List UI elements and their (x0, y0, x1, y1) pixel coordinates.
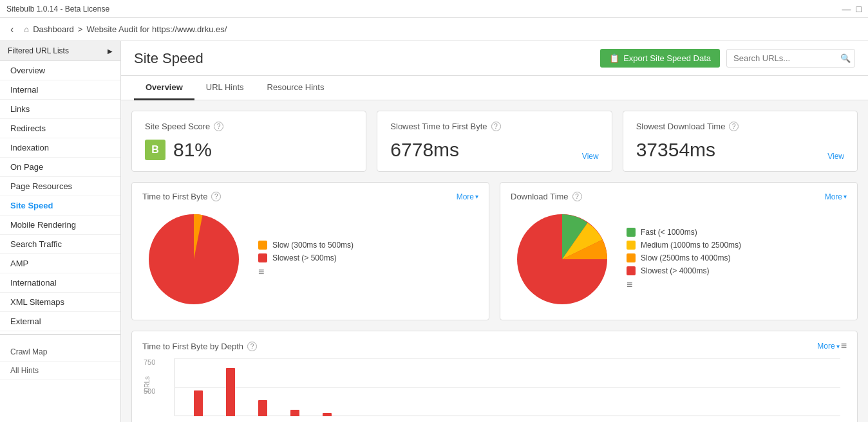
help-icon-chart-ttfb[interactable]: ? (211, 192, 221, 201)
content-area: Site Speed Score ? B 81% Slowest Time to… (121, 100, 868, 422)
sidebar-item-search-traffic[interactable]: Search Traffic (0, 235, 120, 254)
search-input[interactable] (733, 53, 836, 63)
filtered-url-lists[interactable]: Filtered URL Lists ▶ (0, 41, 120, 61)
bottom-chart-card: Time to First Byte by Depth ? More ▾ ≡ 7… (131, 331, 858, 422)
sidebar-item-all-hints[interactable]: All Hints (0, 362, 120, 380)
chart-card-download-title: Download Time ? (511, 192, 582, 201)
chart-card-download-header: Download Time ? More ▾ (511, 192, 847, 201)
ttfb-more-button[interactable]: More ▾ (457, 192, 478, 201)
chart-card-ttfb-title: Time to First Byte ? (142, 192, 221, 201)
chevron-down-icon-2: ▾ (844, 193, 847, 200)
chart-body-ttfb: Slow (300ms to 500ms) Slowest (> 500ms) … (142, 208, 478, 311)
sidebar-item-overview[interactable]: Overview (0, 61, 120, 80)
breadcrumb-separator: > (78, 24, 83, 34)
sidebar-item-international[interactable]: International (0, 273, 120, 293)
metric-row: Site Speed Score ? B 81% Slowest Time to… (131, 111, 858, 172)
metric-card-download-title: Slowest Download Time ? (636, 122, 844, 131)
help-icon-bottom-chart[interactable]: ? (247, 342, 257, 351)
metric-card-score-title: Site Speed Score ? (145, 122, 353, 131)
bottom-chart-more-button[interactable]: More ▾ ≡ (817, 340, 847, 352)
bar-depth-1 (226, 368, 235, 416)
sidebar-item-crawl-map[interactable]: Crawl Map (0, 343, 120, 362)
help-icon-score[interactable]: ? (214, 122, 223, 131)
help-icon-download[interactable]: ? (729, 122, 739, 131)
sidebar-item-mobile-rendering[interactable]: Mobile Rendering (0, 216, 120, 235)
legend-dot-orange (258, 241, 267, 250)
help-icon-ttfb[interactable]: ? (491, 122, 501, 131)
hamburger-icon-ttfb[interactable]: ≡ (258, 266, 264, 277)
sidebar-item-indexation[interactable]: Indexation (0, 138, 120, 158)
home-icon: ⌂ (24, 24, 29, 34)
legend-dot-red (258, 253, 267, 262)
chart-body-download: Fast (< 1000ms) Medium (1000ms to 2500ms… (511, 208, 847, 311)
gridline-mid (175, 387, 840, 388)
tab-overview[interactable]: Overview (134, 76, 194, 100)
dashboard-link[interactable]: Dashboard (33, 24, 74, 34)
pie-chart-download (511, 208, 614, 311)
hamburger-icon-bottom[interactable]: ≡ (841, 340, 847, 352)
metric-card-download-value: 37354ms (636, 139, 715, 161)
help-icon-chart-download[interactable]: ? (572, 192, 582, 201)
sidebar-item-onpage[interactable]: On Page (0, 158, 120, 177)
legend-item-slow: Slow (300ms to 500ms) (258, 241, 478, 250)
sidebar-item-page-resources[interactable]: Page Resources (0, 177, 120, 196)
sidebar-nav: Overview Internal Links Redirects Indexa… (0, 61, 120, 380)
chart-card-ttfb-header: Time to First Byte ? More ▾ (142, 192, 478, 201)
breadcrumb: ⌂ Dashboard > Website Audit for https://… (24, 24, 227, 34)
sidebar-divider (0, 334, 120, 340)
title-bar: Sitebulb 1.0.14 - Beta License — □ (0, 0, 868, 18)
audit-label: Website Audit for https://www.drku.es/ (86, 24, 227, 34)
download-more-button[interactable]: More ▾ (825, 192, 847, 201)
legend-item-slowest: Slowest (> 500ms) (258, 253, 478, 262)
legend-item-medium: Medium (1000ms to 2500ms) (627, 241, 847, 250)
ttfb-view-link[interactable]: View (582, 152, 599, 161)
maximize-button[interactable]: □ (856, 4, 862, 14)
minimize-button[interactable]: — (842, 4, 851, 14)
y-label-750: 750 (144, 358, 155, 366)
metric-card-score: Site Speed Score ? B 81% (131, 111, 366, 172)
legend-item-slowest-dl: Slowest (> 4000ms) (627, 266, 847, 275)
sidebar-item-amp[interactable]: AMP (0, 254, 120, 273)
main-header: Site Speed 📋 Export Site Speed Data 🔍 (121, 41, 868, 76)
legend-item-slow-dl: Slow (2500ms to 4000ms) (627, 253, 847, 262)
bottom-chart-header: Time to First Byte by Depth ? More ▾ ≡ (142, 340, 847, 352)
chart-card-ttfb: Time to First Byte ? More ▾ (131, 182, 489, 320)
sidebar-item-redirects[interactable]: Redirects (0, 119, 120, 138)
search-icon: 🔍 (840, 53, 851, 63)
export-icon: 📋 (609, 53, 619, 63)
y-axis-line (175, 358, 175, 416)
metric-card-ttfb-value: 6778ms (390, 139, 459, 161)
download-view-link[interactable]: View (827, 152, 844, 161)
pie-chart-ttfb (142, 208, 245, 311)
sidebar-item-links[interactable]: Links (0, 100, 120, 119)
sidebar-item-external[interactable]: External (0, 312, 120, 331)
chevron-down-icon-3: ▾ (836, 343, 840, 350)
back-button[interactable]: ‹ (6, 21, 17, 38)
grade-badge: B (145, 140, 165, 160)
legend-dot-green (627, 228, 636, 237)
export-button[interactable]: 📋 Export Site Speed Data (600, 49, 720, 68)
chevron-down-icon: ▾ (475, 193, 478, 200)
main-content: Site Speed 📋 Export Site Speed Data 🔍 Ov… (121, 41, 868, 422)
metric-card-ttfb-title: Slowest Time to First Byte ? (390, 122, 598, 131)
sidebar-item-xml-sitemaps[interactable]: XML Sitemaps (0, 293, 120, 312)
bar-depth-2 (258, 400, 267, 416)
bar-depth-4 (323, 413, 332, 416)
search-box[interactable]: 🔍 (726, 49, 855, 68)
y-axis-label: URLs (144, 376, 151, 392)
hamburger-icon-download[interactable]: ≡ (627, 279, 632, 290)
window-controls: — □ (842, 4, 862, 14)
filter-label: Filtered URL Lists (8, 46, 69, 55)
bottom-chart-title: Time to First Byte by Depth ? (142, 342, 257, 351)
sidebar-item-internal[interactable]: Internal (0, 80, 120, 100)
app-body: Filtered URL Lists ▶ Overview Internal L… (0, 41, 868, 422)
nav-bar: ‹ ⌂ Dashboard > Website Audit for https:… (0, 18, 868, 41)
tab-resource-hints[interactable]: Resource Hints (256, 76, 336, 100)
legend-ttfb: Slow (300ms to 500ms) Slowest (> 500ms) (258, 241, 478, 262)
page-title: Site Speed (134, 50, 203, 67)
bar-depth-3 (290, 410, 299, 416)
sidebar-item-site-speed[interactable]: Site Speed (0, 196, 120, 216)
legend-dot-orange-dl (627, 253, 636, 262)
tabs: Overview URL Hints Resource Hints (121, 76, 868, 100)
tab-url-hints[interactable]: URL Hints (194, 76, 256, 100)
